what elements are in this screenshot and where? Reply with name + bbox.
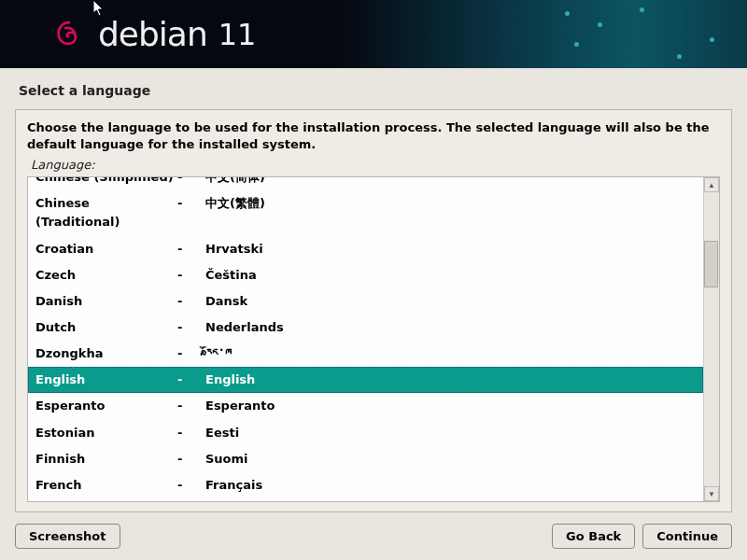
language-separator: -: [177, 476, 205, 495]
decor-dot: [565, 11, 570, 16]
scrollbar[interactable]: ▴ ▾: [703, 177, 719, 501]
language-option[interactable]: Finnish-Suomi: [28, 446, 703, 472]
language-separator: -: [177, 344, 205, 363]
language-native-name: Français: [205, 476, 696, 495]
button-bar: Screenshot Go Back Continue: [0, 512, 747, 549]
language-separator: -: [177, 194, 205, 231]
decor-dot: [710, 37, 714, 42]
scroll-thumb[interactable]: [704, 241, 718, 287]
decor-dot: [598, 22, 602, 27]
language-option[interactable]: Chinese (Simplified)-中文(简体): [28, 177, 703, 190]
language-native-name: Eesti: [205, 424, 696, 442]
language-option[interactable]: Estonian-Eesti: [28, 420, 703, 446]
brand-version: 11: [218, 17, 257, 52]
language-english-name: Dutch: [35, 318, 177, 337]
scroll-up-button[interactable]: ▴: [704, 177, 719, 192]
language-separator: -: [177, 424, 205, 442]
language-native-name: English: [205, 371, 696, 389]
language-separator: -: [177, 240, 205, 259]
language-option[interactable]: Dzongkha-རྫོང་ཁ: [28, 341, 703, 367]
language-separator: -: [177, 371, 205, 389]
language-english-name: English: [35, 371, 177, 389]
language-english-name: Finnish: [35, 450, 177, 469]
language-english-name: Estonian: [35, 424, 177, 442]
screenshot-button[interactable]: Screenshot: [15, 524, 120, 549]
language-option[interactable]: Danish-Dansk: [28, 288, 703, 315]
language-native-name: Čeština: [205, 266, 696, 285]
language-native-name: Suomi: [205, 450, 696, 469]
language-option[interactable]: Chinese (Traditional)-中文(繁體): [28, 190, 703, 235]
language-option[interactable]: English-English: [28, 367, 703, 393]
language-english-name: Chinese (Traditional): [35, 194, 177, 231]
decor-dot: [574, 42, 579, 47]
language-option[interactable]: Dutch-Nederlands: [28, 315, 703, 341]
language-option[interactable]: Croatian-Hrvatski: [28, 236, 703, 262]
language-separator: -: [177, 397, 205, 415]
language-option[interactable]: Esperanto-Esperanto: [28, 393, 703, 419]
language-english-name: Chinese (Simplified): [35, 177, 177, 187]
continue-button[interactable]: Continue: [642, 524, 732, 549]
language-english-name: Dzongkha: [35, 344, 177, 363]
language-english-name: French: [35, 476, 177, 495]
language-english-name: Esperanto: [35, 397, 177, 415]
language-listbox[interactable]: Chinese (Simplified)-中文(简体)Chinese (Trad…: [28, 177, 703, 501]
page-title: Select a language: [0, 68, 747, 109]
language-english-name: Danish: [35, 292, 177, 311]
language-native-name: Hrvatski: [205, 240, 696, 259]
language-native-name: Esperanto: [205, 397, 696, 415]
language-separator: -: [177, 318, 205, 337]
decor-dot: [677, 54, 682, 59]
language-option[interactable]: Galician-Galego: [28, 498, 703, 501]
field-label: Language:: [31, 158, 720, 172]
scroll-down-button[interactable]: ▾: [704, 486, 719, 501]
language-listbox-wrap: Chinese (Simplified)-中文(简体)Chinese (Trad…: [27, 176, 720, 502]
language-english-name: Croatian: [35, 240, 177, 259]
language-native-name: 中文(简体): [205, 177, 696, 187]
language-native-name: 中文(繁體): [205, 194, 696, 231]
language-native-name: Dansk: [205, 292, 696, 311]
language-option[interactable]: Czech-Čeština: [28, 262, 703, 288]
go-back-button[interactable]: Go Back: [552, 524, 635, 549]
spacer: [128, 524, 545, 549]
language-english-name: Czech: [35, 266, 177, 285]
language-separator: -: [177, 292, 205, 311]
instruction-text: Choose the language to be used for the i…: [27, 119, 720, 152]
language-separator: -: [177, 266, 205, 285]
language-option[interactable]: French-Français: [28, 472, 703, 498]
decor-dot: [640, 7, 644, 12]
language-separator: -: [177, 177, 205, 187]
language-separator: -: [177, 450, 205, 469]
debian-logo-icon: [51, 17, 87, 52]
content-panel: Choose the language to be used for the i…: [15, 109, 732, 512]
brand-name: debian: [98, 15, 207, 53]
language-native-name: Nederlands: [205, 318, 696, 337]
installer-header: debian 11: [0, 0, 747, 68]
language-native-name: རྫོང་ཁ: [205, 344, 696, 363]
